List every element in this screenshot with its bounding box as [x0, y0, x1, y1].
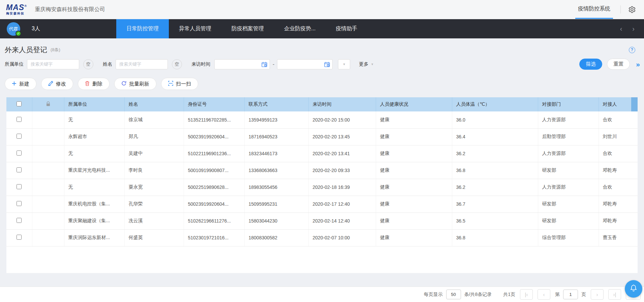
next-page-button[interactable]: › [591, 289, 604, 300]
column-header-temperature[interactable]: 人员体温（℃） [452, 97, 538, 111]
prev-page-button[interactable]: ‹ [538, 289, 550, 300]
row-checkbox[interactable] [17, 150, 22, 156]
new-button[interactable]: 新建 [5, 78, 36, 90]
cell-contact: 合欢 [599, 179, 638, 196]
unit-search-input[interactable] [27, 59, 79, 69]
chevron-right-icon[interactable]: › [632, 25, 635, 33]
cell-name: 徐京城 [124, 111, 184, 128]
name-search-input[interactable] [116, 59, 168, 69]
column-header-name[interactable]: 姓名 [124, 97, 184, 111]
edit-button[interactable]: 修改 [41, 78, 73, 90]
cell-name: 何盛英 [124, 229, 184, 246]
column-header-unit[interactable]: 所属单位 [64, 97, 124, 111]
record-count-badge: (8条) [51, 47, 60, 53]
row-checkbox[interactable] [17, 201, 22, 206]
avatar[interactable]: 代霞 ✓ [7, 22, 20, 36]
row-checkbox-cell [6, 145, 32, 162]
cell-name: 冼云溪 [124, 212, 184, 229]
tab-daily-control[interactable]: 日常防控管理 [116, 19, 169, 38]
cell-visit_time: 2020-02-20 13:41 [308, 145, 376, 162]
notification-bell-button[interactable] [625, 280, 642, 298]
row-lock-cell [32, 196, 64, 212]
tab-epidemic-archives[interactable]: 防疫档案管理 [221, 19, 274, 38]
top-header: MAS® 梅安森科技 重庆梅安森科技股份有限公司 疫情防控系统 [0, 0, 644, 19]
scan-button[interactable]: 扫一扫 [161, 78, 198, 90]
calendar-icon[interactable] [262, 62, 267, 69]
reset-button[interactable]: 重置 [607, 59, 630, 70]
delete-button[interactable]: 删除 [78, 78, 110, 90]
expand-filters-icon[interactable]: » [636, 60, 639, 68]
row-checkbox[interactable] [17, 218, 22, 223]
chevron-left-icon[interactable]: ‹ [620, 25, 622, 33]
table-row: 重庆机电控股（集...孔华荣50023919920604...150959952… [6, 196, 638, 212]
unit-empty-button[interactable]: 空 [83, 59, 93, 69]
lock-icon [46, 102, 51, 108]
filter-button[interactable]: 筛选 [579, 59, 602, 70]
title-row: 外来人员登记 (8条) ? [0, 38, 644, 55]
select-all-checkbox[interactable] [17, 101, 22, 106]
cell-visit_time: 2020-02-20 13:45 [308, 128, 376, 145]
calendar-icon[interactable] [324, 62, 330, 69]
column-header-visit-time[interactable]: 来访时间 [308, 97, 376, 111]
row-checkbox[interactable] [17, 235, 22, 240]
first-page-button[interactable]: |‹ [520, 289, 533, 300]
row-checkbox[interactable] [17, 167, 22, 172]
company-name: 重庆梅安森科技股份有限公司 [35, 6, 105, 13]
tab-epidemic-assistant[interactable]: 疫情助手 [326, 19, 367, 38]
more-filters-toggle[interactable]: 更多 ▼ [359, 61, 374, 67]
header-divider [620, 5, 621, 13]
row-checkbox-cell [6, 229, 32, 246]
cell-id_number: 50023919920604... [184, 128, 244, 145]
cell-health: 健康 [376, 111, 452, 128]
system-nav-tab[interactable]: 疫情防控系统 [575, 0, 613, 19]
table-row: 无徐京城513521196702285...135949591232020-02… [6, 111, 638, 128]
logo-text: MAS® [6, 4, 27, 11]
delete-button-label: 删除 [92, 81, 102, 87]
row-checkbox[interactable] [17, 134, 22, 139]
row-checkbox-cell [6, 212, 32, 229]
date-preset-dropdown[interactable]: ▼ [338, 59, 350, 69]
cell-health: 健康 [376, 145, 452, 162]
table-scrollbar[interactable] [631, 97, 638, 111]
last-page-button[interactable]: ›| [608, 289, 621, 300]
column-header-phone[interactable]: 联系方式 [244, 97, 308, 111]
table-header: 所属单位 姓名 身份证号 联系方式 来访时间 人员健康状况 人员体温（℃） 对接… [6, 97, 638, 111]
row-checkbox[interactable] [17, 117, 22, 122]
tab-abnormal-personnel[interactable]: 异常人员管理 [169, 19, 221, 38]
help-icon[interactable]: ? [629, 47, 635, 53]
row-checkbox-cell [6, 162, 32, 179]
tab-enterprise-situation[interactable]: 企业防疫势... [274, 19, 326, 38]
row-lock-cell [32, 162, 64, 179]
chevron-down-icon: ▼ [371, 63, 374, 66]
cell-name: 吴建中 [124, 145, 184, 162]
row-lock-cell [32, 145, 64, 162]
cell-contact: 曹玉香 [599, 229, 638, 246]
row-checkbox[interactable] [17, 184, 22, 189]
per-page-input[interactable] [446, 290, 461, 299]
cell-contact: 邓乾寿 [599, 162, 638, 179]
gear-icon[interactable] [628, 6, 636, 13]
cell-temperature: 36.7 [452, 196, 538, 212]
cell-id_number: 50022519890628... [184, 179, 244, 196]
column-header-department[interactable]: 对接部门 [538, 97, 599, 111]
name-empty-button[interactable]: 空 [172, 59, 182, 69]
row-lock-cell [32, 111, 64, 128]
cell-phone: 15803044230 [244, 212, 308, 229]
cell-phone: 13594959123 [244, 111, 308, 128]
cell-department: 研发部 [538, 196, 599, 212]
company-logo: MAS® 梅安森科技 [6, 4, 27, 15]
batch-refresh-button[interactable]: 批量刷新 [114, 78, 156, 90]
row-checkbox-cell [6, 128, 32, 145]
row-lock-cell [32, 128, 64, 145]
column-header-id[interactable]: 身份证号 [184, 97, 244, 111]
unit-filter-label: 所属单位 [5, 61, 24, 67]
cell-id_number: 510262196611276... [184, 212, 244, 229]
column-header-health[interactable]: 人员健康状况 [376, 97, 452, 111]
row-lock-cell [32, 179, 64, 196]
visitor-table: 所属单位 姓名 身份证号 联系方式 来访时间 人员健康状况 人员体温（℃） 对接… [6, 97, 638, 246]
visit-date-start [214, 59, 270, 69]
cell-name: 孔华荣 [124, 196, 184, 212]
cell-unit: 重庆星河光电科技... [64, 162, 124, 179]
app-window: MAS® 梅安森科技 重庆梅安森科技股份有限公司 疫情防控系统 代霞 ✓ 3人 … [0, 0, 644, 302]
page-number-input[interactable] [563, 290, 578, 299]
